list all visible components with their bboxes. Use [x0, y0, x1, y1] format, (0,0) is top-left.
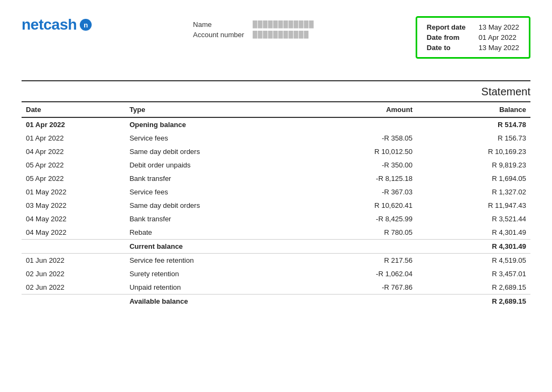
cell-date: 04 May 2022 — [22, 212, 125, 226]
cell-amount: -R 1,062.04 — [292, 267, 417, 281]
logo-text: netcash — [22, 16, 77, 33]
cell-balance: R 1,694.05 — [417, 172, 530, 185]
header-divider — [22, 80, 530, 81]
cell-date: 02 Jun 2022 — [22, 281, 125, 295]
cell-type: Bank transfer — [125, 172, 292, 185]
name-value: ████████████ — [253, 20, 314, 29]
cell-date — [22, 295, 125, 309]
table-row: 03 May 2022Same day debit ordersR 10,620… — [22, 199, 530, 212]
table-row: 01 Jun 2022Service fee retentionR 217.56… — [22, 254, 530, 268]
col-balance: Balance — [417, 102, 530, 117]
cell-amount: -R 767.86 — [292, 281, 417, 295]
cell-date: 01 Apr 2022 — [22, 117, 125, 131]
cell-date: 03 May 2022 — [22, 199, 125, 212]
cell-amount — [292, 240, 417, 254]
cell-amount: R 780.05 — [292, 226, 417, 240]
date-to-label: Date to — [427, 44, 466, 52]
date-to-value: 13 May 2022 — [479, 44, 519, 52]
table-row: 01 Apr 2022Opening balanceR 514.78 — [22, 117, 530, 131]
cell-amount — [292, 117, 417, 131]
cell-balance: R 4,519.05 — [417, 254, 530, 268]
cell-date: 05 Apr 2022 — [22, 158, 125, 172]
col-amount: Amount — [292, 102, 417, 117]
page-header: netcash n Name ████████████ Account numb… — [22, 16, 530, 59]
cell-type: Same day debit orders — [125, 145, 292, 158]
cell-balance: R 514.78 — [417, 117, 530, 131]
table-row: 04 May 2022RebateR 780.05R 4,301.49 — [22, 226, 530, 240]
report-box: Report date 13 May 2022 Date from 01 Apr… — [416, 16, 530, 59]
cell-amount: -R 8,425.99 — [292, 212, 417, 226]
cell-date: 02 Jun 2022 — [22, 267, 125, 281]
cell-amount: -R 358.05 — [292, 131, 417, 145]
cell-type: Surety retention — [125, 267, 292, 281]
table-row: Available balanceR 2,689.15 — [22, 295, 530, 309]
cell-date — [22, 240, 125, 254]
cell-type: Service fees — [125, 131, 292, 145]
cell-amount: R 10,012.50 — [292, 145, 417, 158]
cell-type: Service fees — [125, 185, 292, 199]
table-row: Current balanceR 4,301.49 — [22, 240, 530, 254]
cell-type: Service fee retention — [125, 254, 292, 268]
table-row: 05 Apr 2022Bank transfer-R 8,125.18R 1,6… — [22, 172, 530, 185]
cell-balance: R 10,169.23 — [417, 145, 530, 158]
cell-type: Rebate — [125, 226, 292, 240]
table-header-row: Date Type Amount Balance — [22, 102, 530, 117]
cell-date: 01 Jun 2022 — [22, 254, 125, 268]
cell-balance: R 11,947.43 — [417, 199, 530, 212]
statement-table: Date Type Amount Balance 01 Apr 2022Open… — [22, 101, 530, 308]
cell-amount — [292, 295, 417, 309]
logo-icon: n — [80, 19, 92, 31]
date-from-label: Date from — [427, 33, 466, 41]
cell-type: Available balance — [125, 295, 292, 309]
account-info: Name ████████████ Account number ███████… — [193, 20, 314, 39]
cell-balance: R 3,457.01 — [417, 267, 530, 281]
cell-balance: R 9,819.23 — [417, 158, 530, 172]
table-row: 04 Apr 2022Same day debit ordersR 10,012… — [22, 145, 530, 158]
table-row: 01 May 2022Service fees-R 367.03R 1,327.… — [22, 185, 530, 199]
statement-title: Statement — [22, 86, 530, 98]
report-date-label: Report date — [427, 23, 466, 31]
table-row: 02 Jun 2022Unpaid retention-R 767.86R 2,… — [22, 281, 530, 295]
col-type: Type — [125, 102, 292, 117]
cell-type: Same day debit orders — [125, 199, 292, 212]
cell-balance: R 1,327.02 — [417, 185, 530, 199]
cell-balance: R 4,301.49 — [417, 226, 530, 240]
table-row: 04 May 2022Bank transfer-R 8,425.99R 3,5… — [22, 212, 530, 226]
cell-type: Opening balance — [125, 117, 292, 131]
logo: netcash n — [22, 16, 92, 33]
report-date-value: 13 May 2022 — [479, 23, 519, 31]
cell-amount: R 217.56 — [292, 254, 417, 268]
cell-type: Unpaid retention — [125, 281, 292, 295]
date-from-value: 01 Apr 2022 — [479, 33, 519, 41]
name-label: Name — [193, 20, 244, 29]
cell-type: Bank transfer — [125, 212, 292, 226]
cell-type: Current balance — [125, 240, 292, 254]
cell-type: Debit order unpaids — [125, 158, 292, 172]
col-date: Date — [22, 102, 125, 117]
cell-balance: R 4,301.49 — [417, 240, 530, 254]
table-row: 01 Apr 2022Service fees-R 358.05R 156.73 — [22, 131, 530, 145]
cell-date: 04 May 2022 — [22, 226, 125, 240]
cell-balance: R 156.73 — [417, 131, 530, 145]
table-row: 02 Jun 2022Surety retention-R 1,062.04R … — [22, 267, 530, 281]
cell-amount: -R 350.00 — [292, 158, 417, 172]
account-number-label: Account number — [193, 31, 244, 39]
cell-date: 01 Apr 2022 — [22, 131, 125, 145]
cell-date: 01 May 2022 — [22, 185, 125, 199]
cell-balance: R 2,689.15 — [417, 295, 530, 309]
cell-amount: -R 8,125.18 — [292, 172, 417, 185]
cell-amount: R 10,620.41 — [292, 199, 417, 212]
cell-date: 04 Apr 2022 — [22, 145, 125, 158]
cell-balance: R 2,689.15 — [417, 281, 530, 295]
cell-balance: R 3,521.44 — [417, 212, 530, 226]
account-number-value: ███████████ — [253, 31, 314, 39]
cell-date: 05 Apr 2022 — [22, 172, 125, 185]
table-row: 05 Apr 2022Debit order unpaids-R 350.00R… — [22, 158, 530, 172]
cell-amount: -R 367.03 — [292, 185, 417, 199]
